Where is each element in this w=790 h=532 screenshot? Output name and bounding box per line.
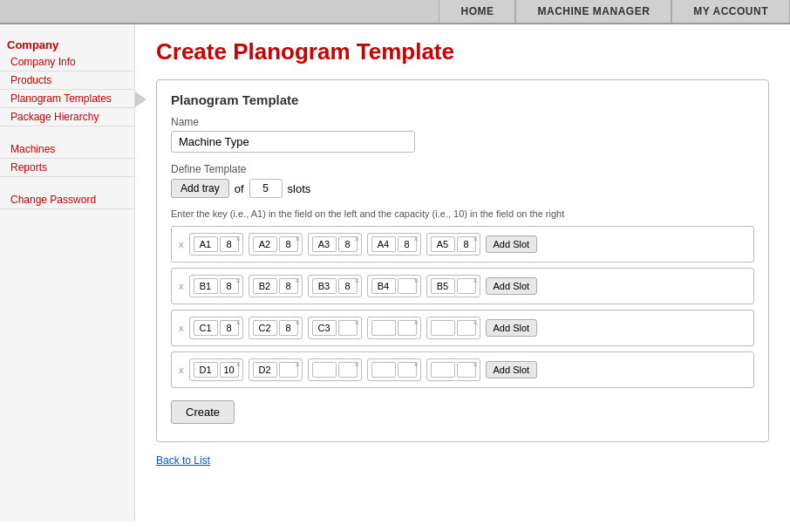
slot-key-input-A1[interactable] bbox=[253, 236, 277, 252]
slot-remove-B3[interactable]: x bbox=[412, 276, 420, 285]
add-tray-button[interactable]: Add tray bbox=[171, 179, 229, 198]
slot-group-A0: x bbox=[189, 233, 243, 256]
slot-group-C0: x bbox=[189, 317, 243, 339]
sidebar-link2-1[interactable]: Reports bbox=[0, 159, 134, 177]
add-tray-row: Add tray of slots bbox=[171, 179, 754, 198]
slot-key-input-D1[interactable] bbox=[253, 362, 277, 378]
tray-remove-D[interactable]: x bbox=[179, 365, 184, 375]
slot-key-input-B2[interactable] bbox=[312, 278, 337, 294]
slot-group-C3: x bbox=[367, 317, 421, 339]
slot-key-input-A3[interactable] bbox=[371, 236, 396, 252]
form-card: Planogram Template Name Define Template … bbox=[156, 79, 769, 442]
slot-key-input-C2[interactable] bbox=[312, 320, 337, 336]
slot-remove-D3[interactable]: x bbox=[412, 359, 420, 369]
add-slot-button-C[interactable]: Add Slot bbox=[486, 319, 538, 337]
slot-key-input-D4[interactable] bbox=[431, 362, 455, 378]
slot-remove-D2[interactable]: x bbox=[353, 359, 361, 369]
main-content: Create Planogram Template Planogram Temp… bbox=[135, 24, 790, 522]
slot-key-input-B0[interactable] bbox=[194, 278, 218, 294]
slot-key-input-A0[interactable] bbox=[194, 236, 218, 252]
page-title: Create Planogram Template bbox=[156, 38, 769, 65]
slot-remove-A1[interactable]: x bbox=[294, 234, 302, 243]
sidebar-company-section: Company bbox=[0, 33, 134, 53]
of-label: of bbox=[235, 182, 244, 195]
key-hint: Enter the key (i.e., A1) in the field on… bbox=[171, 208, 754, 219]
slot-group-A4: x bbox=[426, 233, 480, 256]
sidebar: Company Company InfoProductsPlanogram Te… bbox=[0, 24, 135, 522]
slot-key-input-D0[interactable] bbox=[194, 362, 218, 378]
slot-remove-B0[interactable]: x bbox=[235, 276, 242, 285]
slot-remove-D1[interactable]: x bbox=[294, 359, 302, 369]
slot-group-C4: x bbox=[426, 317, 480, 339]
slots-input[interactable] bbox=[249, 179, 283, 198]
add-slot-button-A[interactable]: Add Slot bbox=[486, 235, 538, 253]
slot-group-D3: x bbox=[367, 358, 421, 381]
back-to-list-link[interactable]: Back to List bbox=[156, 454, 769, 467]
nav-link-my-account[interactable]: MY ACCOUNT bbox=[671, 0, 790, 23]
define-label: Define Template bbox=[171, 163, 754, 175]
create-button[interactable]: Create bbox=[171, 400, 235, 424]
slot-key-input-A4[interactable] bbox=[431, 236, 455, 252]
slot-remove-A0[interactable]: x bbox=[235, 234, 242, 243]
slot-remove-B1[interactable]: x bbox=[294, 276, 302, 285]
slots-label: slots bbox=[288, 182, 311, 195]
add-slot-button-D[interactable]: Add Slot bbox=[486, 361, 538, 379]
slot-group-B3: x bbox=[367, 275, 421, 297]
name-input[interactable] bbox=[171, 131, 415, 153]
name-label: Name bbox=[171, 116, 754, 128]
slot-key-input-B1[interactable] bbox=[253, 278, 277, 294]
slot-group-C1: x bbox=[249, 317, 303, 339]
slot-group-A2: x bbox=[308, 233, 362, 256]
slot-remove-B2[interactable]: x bbox=[353, 276, 361, 285]
slot-remove-C1[interactable]: x bbox=[294, 317, 302, 327]
slot-remove-C0[interactable]: x bbox=[235, 317, 242, 327]
slot-remove-B4[interactable]: x bbox=[472, 276, 480, 285]
sidebar-link-1[interactable]: Products bbox=[0, 72, 134, 90]
slot-key-input-B4[interactable] bbox=[431, 278, 455, 294]
tray-row-A: xxxxxxAdd Slot bbox=[171, 226, 754, 263]
slot-group-D0: x bbox=[189, 358, 243, 381]
slot-key-input-D2[interactable] bbox=[312, 362, 337, 378]
slot-key-input-C4[interactable] bbox=[431, 320, 455, 336]
slot-group-B1: x bbox=[249, 275, 303, 297]
slot-group-B0: x bbox=[189, 275, 243, 297]
slot-remove-A3[interactable]: x bbox=[412, 234, 420, 243]
sidebar-link-3[interactable]: Package Hierarchy bbox=[0, 108, 134, 126]
slot-remove-D4[interactable]: x bbox=[472, 359, 480, 369]
sidebar-link-2[interactable]: Planogram Templates bbox=[0, 90, 134, 108]
slot-remove-D0[interactable]: x bbox=[235, 359, 242, 369]
tray-row-B: xxxxxxAdd Slot bbox=[171, 268, 754, 304]
form-card-title: Planogram Template bbox=[171, 92, 754, 107]
slot-remove-A4[interactable]: x bbox=[472, 234, 480, 243]
slot-group-A3: x bbox=[367, 233, 421, 256]
slot-remove-C4[interactable]: x bbox=[472, 317, 480, 327]
slot-key-input-C1[interactable] bbox=[253, 320, 277, 336]
slot-group-C2: x bbox=[308, 317, 362, 339]
slot-key-input-C3[interactable] bbox=[371, 320, 396, 336]
slot-key-input-C0[interactable] bbox=[194, 320, 218, 336]
slot-group-D1: x bbox=[249, 358, 303, 381]
slot-remove-C3[interactable]: x bbox=[412, 317, 420, 327]
add-slot-button-B[interactable]: Add Slot bbox=[486, 277, 538, 295]
tray-remove-C[interactable]: x bbox=[179, 323, 184, 333]
nav-link-machine-manager[interactable]: MACHINE MANAGER bbox=[515, 0, 671, 23]
tray-row-D: xxxxxxAdd Slot bbox=[171, 351, 754, 388]
slot-key-input-B3[interactable] bbox=[371, 278, 396, 294]
top-nav: HOMEMACHINE MANAGERMY ACCOUNT bbox=[0, 0, 790, 24]
slot-group-B4: x bbox=[426, 275, 480, 297]
tray-remove-B[interactable]: x bbox=[179, 281, 184, 291]
sidebar-link-0[interactable]: Company Info bbox=[0, 53, 134, 72]
slot-group-A1: x bbox=[249, 233, 303, 256]
slot-remove-A2[interactable]: x bbox=[353, 234, 361, 243]
slot-remove-C2[interactable]: x bbox=[353, 317, 361, 327]
tray-remove-A[interactable]: x bbox=[179, 239, 184, 249]
sidebar-link3-0[interactable]: Change Password bbox=[0, 191, 134, 209]
slot-key-input-D3[interactable] bbox=[371, 362, 396, 378]
slot-key-input-A2[interactable] bbox=[312, 236, 337, 252]
sidebar-link2-0[interactable]: Machines bbox=[0, 140, 134, 159]
tray-row-C: xxxxxxAdd Slot bbox=[171, 310, 754, 346]
slot-group-D4: x bbox=[426, 358, 480, 381]
slot-group-B2: x bbox=[308, 275, 362, 297]
nav-link-home[interactable]: HOME bbox=[439, 0, 515, 23]
slot-group-D2: x bbox=[308, 358, 362, 381]
